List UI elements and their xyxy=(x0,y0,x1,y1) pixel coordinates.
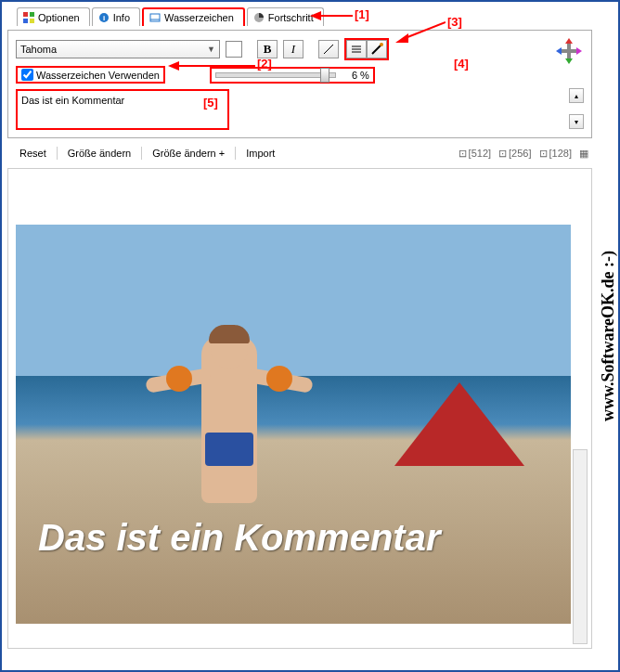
svg-line-15 xyxy=(372,45,381,54)
size-label: [128] xyxy=(549,148,572,159)
svg-rect-2 xyxy=(23,19,28,23)
resize-plus-button[interactable]: Größe ändern + xyxy=(144,145,233,162)
options-icon xyxy=(23,12,34,23)
svg-marker-24 xyxy=(168,61,179,71)
preview-image: Das ist ein Kommentar xyxy=(16,225,571,624)
size-icon: ⊡ xyxy=(459,148,467,160)
svg-marker-18 xyxy=(565,58,573,64)
size-icon: ⊡ xyxy=(539,148,548,160)
arrow-1 xyxy=(310,9,353,22)
checkbox-label: Wasserzeichen Verwenden xyxy=(36,70,160,81)
textarea-scrollbar: ▴ ▾ xyxy=(569,88,584,129)
preview-scrollbar[interactable] xyxy=(573,449,588,644)
move-handle-icon[interactable] xyxy=(556,38,582,64)
size-label: [512] xyxy=(469,148,491,159)
scroll-up-button[interactable]: ▴ xyxy=(569,88,584,103)
watermark-overlay-text: Das ist ein Kommentar xyxy=(38,517,549,559)
annotation-1: [1] xyxy=(355,7,369,21)
svg-marker-10 xyxy=(310,11,321,20)
tab-wasserzeichen[interactable]: Wasserzeichen xyxy=(142,7,245,26)
line-tool-button[interactable] xyxy=(318,40,339,58)
use-watermark-row: Wasserzeichen Verwenden xyxy=(16,66,165,84)
watermark-panel: Tahoma B I Wasserzeichen Verwe xyxy=(7,30,592,138)
annotation-4: [4] xyxy=(454,57,469,71)
svg-rect-1 xyxy=(30,12,34,17)
svg-line-11 xyxy=(324,45,333,54)
info-icon: i xyxy=(98,12,110,23)
tabs-bar: Optionen i Info Wasserzeichen Fortschrit… xyxy=(17,7,592,26)
arrow-2 xyxy=(168,60,255,71)
style-tool-button[interactable] xyxy=(367,40,387,58)
size-128-option[interactable]: ⊡ [128] xyxy=(539,148,572,160)
import-button[interactable]: Import xyxy=(238,145,283,162)
align-button[interactable] xyxy=(346,40,367,58)
site-branding: www.SoftwareOK.de :-) xyxy=(597,245,620,427)
svg-rect-6 xyxy=(150,14,160,21)
tab-label: Fortschritt xyxy=(268,12,314,23)
scroll-down-button[interactable]: ▾ xyxy=(569,114,584,129)
tab-label: Optionen xyxy=(38,12,80,23)
italic-button[interactable]: I xyxy=(283,40,304,58)
svg-marker-20 xyxy=(576,47,582,55)
svg-rect-0 xyxy=(23,12,28,17)
svg-text:i: i xyxy=(103,14,105,22)
svg-marker-17 xyxy=(565,38,573,44)
tab-label: Info xyxy=(113,12,130,23)
size-label: [256] xyxy=(509,148,531,159)
action-toolbar: Reset Größe ändern Größe ändern + Import… xyxy=(7,142,592,164)
svg-rect-22 xyxy=(562,49,576,53)
resize-button[interactable]: Größe ändern xyxy=(59,145,139,162)
slider-value: 6 % xyxy=(340,70,369,81)
tab-optionen[interactable]: Optionen xyxy=(17,7,90,26)
svg-line-25 xyxy=(403,22,446,39)
bold-button[interactable]: B xyxy=(257,40,278,58)
size-icon: ⊡ xyxy=(498,148,507,160)
arrow-3 xyxy=(395,19,446,45)
annotation-3: [3] xyxy=(447,15,462,29)
reset-button[interactable]: Reset xyxy=(11,145,55,162)
font-dropdown[interactable]: Tahoma xyxy=(16,40,220,58)
comment-text: Das ist ein Kommentar xyxy=(21,95,124,106)
svg-marker-26 xyxy=(395,33,408,43)
annotation-2: [2] xyxy=(257,57,272,71)
slider-thumb[interactable] xyxy=(320,68,329,83)
boy-figure xyxy=(201,336,257,503)
grid-icon[interactable]: ▦ xyxy=(579,148,588,160)
svg-point-16 xyxy=(380,43,383,46)
font-name: Tahoma xyxy=(20,44,57,55)
svg-marker-19 xyxy=(556,47,562,55)
size-512-option[interactable]: ⊡ [512] xyxy=(459,148,491,160)
annotation-5: [5] xyxy=(203,96,218,110)
preview-area: Das ist ein Kommentar xyxy=(7,168,592,649)
watermark-icon xyxy=(149,12,161,23)
opacity-slider[interactable] xyxy=(215,72,336,78)
svg-rect-3 xyxy=(30,19,34,23)
tent-shape xyxy=(394,382,524,466)
tab-label: Wasserzeichen xyxy=(164,12,234,23)
progress-icon xyxy=(253,12,265,23)
comment-textarea[interactable]: Das ist ein Kommentar xyxy=(16,89,229,130)
tab-info[interactable]: i Info xyxy=(92,7,140,26)
color-swatch[interactable] xyxy=(226,41,242,58)
size-256-option[interactable]: ⊡ [256] xyxy=(498,148,531,160)
use-watermark-checkbox[interactable] xyxy=(21,69,33,81)
